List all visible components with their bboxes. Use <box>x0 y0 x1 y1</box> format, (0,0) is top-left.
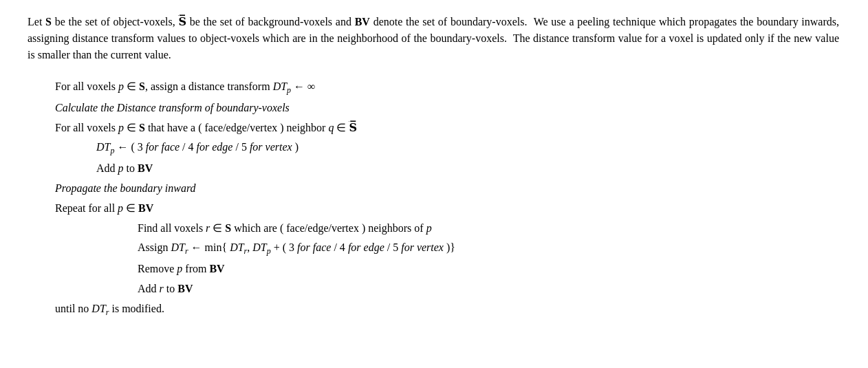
var-p-3: p <box>118 122 124 133</box>
bv-11: BV <box>177 283 193 294</box>
algo-line-11: Add r to BV <box>138 279 839 299</box>
algo-line-12: until no DTr is modified. <box>55 299 839 321</box>
intro-paragraph: Let S be the set of object-voxels, S̅ be… <box>28 14 839 63</box>
for-face-9: for face <box>297 241 331 253</box>
for-edge-9: for edge <box>348 241 384 253</box>
var-p-10: p <box>177 263 182 274</box>
algo-line-2: Calculate the Distance transform of boun… <box>55 98 839 118</box>
dt-r-12: DTr <box>91 303 109 314</box>
s-bar-3: S̅ <box>349 122 357 133</box>
algo-line-3: For all voxels p ∈ S that have a ( face/… <box>55 118 839 138</box>
algo-line-4: DTp ← ( 3 for face / 4 for edge / 5 for … <box>96 138 839 159</box>
algorithm-block: For all voxels p ∈ S, assign a distance … <box>55 77 839 321</box>
bv-7: BV <box>138 202 153 214</box>
for-vertex: for vertex <box>250 141 292 153</box>
var-p-8: p <box>426 222 432 234</box>
dt-p-min: DTp <box>252 241 270 253</box>
var-q: q <box>328 122 334 133</box>
var-r-11: r <box>160 283 164 294</box>
s-bold: S <box>45 16 52 28</box>
algo-line-5: Add p to BV <box>96 159 839 179</box>
dt-r-9: DTr <box>171 241 188 253</box>
algo-line-1: For all voxels p ∈ S, assign a distance … <box>55 77 839 98</box>
bv-10: BV <box>209 263 224 274</box>
var-p-7: p <box>118 202 123 214</box>
dt-p: DTp <box>273 80 291 92</box>
for-vertex-9: for vertex <box>401 241 444 253</box>
algo-line-9: Assign DTr ← min{ DTr, DTp + ( 3 for fac… <box>138 238 839 259</box>
for-edge: for edge <box>197 141 233 153</box>
s-set: S <box>139 80 145 92</box>
algo-line-8: Find all voxels r ∈ S which are ( face/e… <box>138 219 839 239</box>
s-bar-bold: S̅ <box>178 16 186 28</box>
bv-5: BV <box>138 162 153 174</box>
bv-bold: BV <box>355 16 370 28</box>
var-p-5: p <box>118 162 124 174</box>
for-face: for face <box>146 141 180 153</box>
dt-r-min: DTr <box>230 241 247 253</box>
content-area: Let S be the set of object-voxels, S̅ be… <box>28 14 839 321</box>
s-set-8: S <box>225 222 231 234</box>
var-r: r <box>206 222 210 234</box>
dt-p-4: DTp <box>96 141 114 153</box>
algo-line-10: Remove p from BV <box>138 259 839 279</box>
var-p: p <box>118 80 124 92</box>
algo-line-7: Repeat for all p ∈ BV <box>55 199 839 219</box>
s-set-3: S <box>139 122 145 133</box>
algo-line-6: Propagate the boundary inward <box>55 179 839 199</box>
